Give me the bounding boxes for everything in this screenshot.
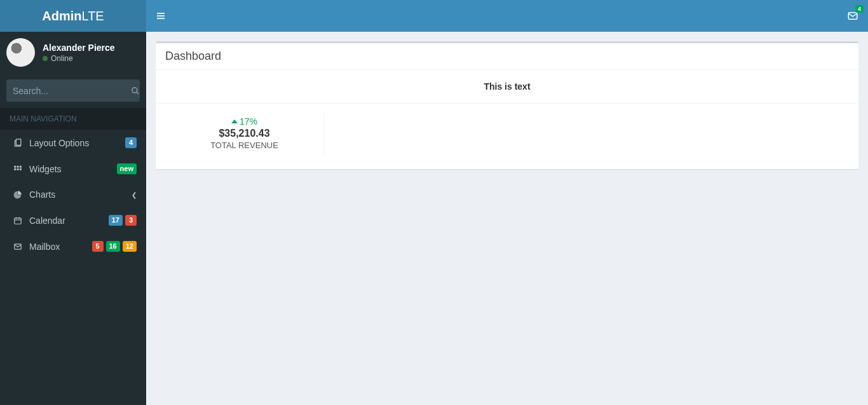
nav-label: Layout Options — [29, 138, 125, 148]
badge: 5 — [92, 241, 104, 252]
stat-percent-value: 17% — [240, 116, 257, 127]
svg-point-0 — [132, 87, 137, 92]
user-status: Online — [43, 54, 115, 63]
svg-rect-7 — [17, 168, 19, 170]
messages-button[interactable]: 4 — [847, 10, 858, 22]
user-name: Alexander Pierce — [43, 43, 115, 53]
stat-percent: 17% — [172, 116, 317, 127]
stat-label: TOTAL REVENUE — [172, 141, 317, 150]
svg-rect-4 — [17, 165, 19, 167]
content: Dashboard This is text 17% $35,210.43 TO… — [146, 32, 868, 179]
top-nav: 4 — [146, 0, 868, 32]
main: 4 Dashboard This is text 17% — [146, 0, 868, 405]
user-panel: Alexander Pierce Online — [0, 32, 146, 73]
badge: 12 — [123, 241, 137, 252]
messages-badge: 4 — [855, 5, 864, 13]
files-icon — [11, 138, 24, 148]
sidebar-item-layout-options[interactable]: Layout Options 4 — [0, 130, 146, 156]
badge: 17 — [109, 215, 123, 226]
sidebar-item-mailbox[interactable]: Mailbox 5 16 12 — [0, 233, 146, 259]
svg-rect-5 — [20, 165, 22, 167]
status-dot-icon — [43, 56, 48, 61]
sidebar-item-charts[interactable]: Charts ❮ — [0, 182, 146, 207]
badge: new — [117, 163, 137, 174]
search-input[interactable] — [6, 79, 130, 102]
menu-toggle-button[interactable] — [156, 11, 166, 21]
nav-label: Charts — [29, 189, 132, 200]
svg-line-1 — [136, 92, 139, 94]
nav-list: Layout Options 4 Widgets new Charts ❮ — [0, 130, 146, 259]
stat-row: 17% $35,210.43 TOTAL REVENUE — [165, 113, 849, 156]
box-title: Dashboard — [156, 43, 858, 70]
svg-rect-3 — [14, 165, 16, 167]
user-status-text: Online — [51, 54, 73, 63]
nav-label: Mailbox — [29, 242, 92, 252]
chevron-left-icon: ❮ — [132, 191, 137, 198]
brand-light: LTE — [82, 9, 104, 24]
avatar[interactable] — [6, 38, 35, 67]
dashboard-box: Dashboard This is text 17% $35,210.43 TO… — [156, 41, 858, 169]
svg-rect-9 — [15, 217, 22, 223]
search-button[interactable] — [130, 79, 140, 102]
badge: 3 — [125, 215, 137, 226]
bars-icon — [156, 11, 166, 21]
caret-up-icon — [231, 120, 238, 123]
nav-label: Widgets — [29, 164, 117, 174]
search-icon — [131, 86, 140, 95]
pie-chart-icon — [11, 190, 24, 199]
badge: 16 — [106, 241, 120, 252]
search-form — [0, 73, 146, 108]
sidebar: AdminLTE Alexander Pierce Online MAIN NA… — [0, 0, 146, 405]
svg-rect-6 — [14, 168, 16, 170]
badge: 4 — [125, 137, 137, 148]
sidebar-item-widgets[interactable]: Widgets new — [0, 156, 146, 182]
divider — [156, 103, 858, 104]
nav-header: MAIN NAVIGATION — [0, 108, 146, 130]
sidebar-item-calendar[interactable]: Calendar 17 3 — [0, 207, 146, 233]
brand-logo[interactable]: AdminLTE — [0, 0, 146, 32]
svg-rect-2 — [16, 139, 21, 145]
box-description: This is text — [165, 76, 849, 103]
stat-total-revenue: 17% $35,210.43 TOTAL REVENUE — [165, 113, 324, 156]
envelope-icon — [11, 242, 24, 251]
stat-value: $35,210.43 — [172, 128, 317, 139]
calendar-icon — [11, 216, 24, 225]
nav-label: Calendar — [29, 216, 109, 226]
brand-bold: Admin — [42, 9, 81, 24]
th-icon — [11, 165, 24, 174]
svg-rect-8 — [20, 168, 22, 170]
